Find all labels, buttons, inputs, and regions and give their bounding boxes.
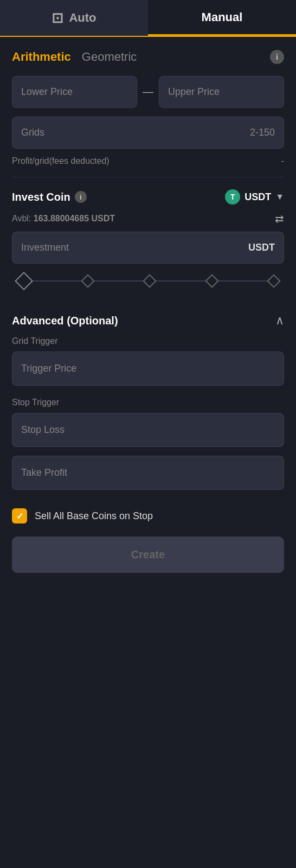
tab-header: ⊡ Auto Manual	[0, 0, 296, 37]
price-row: —	[12, 76, 284, 108]
sell-all-checkbox[interactable]: ✓	[12, 508, 27, 524]
coin-selector[interactable]: T USDT ▼	[225, 189, 284, 205]
advanced-title: Advanced (Optional)	[12, 315, 118, 327]
investment-input-row[interactable]: Investment USDT	[12, 232, 284, 264]
grids-label: Grids	[21, 127, 44, 138]
tab-manual-label: Manual	[202, 10, 243, 24]
stop-loss-input[interactable]	[12, 413, 284, 447]
profit-value: -	[281, 156, 284, 166]
chevron-down-icon: ▼	[275, 192, 284, 202]
slider-thumb-1[interactable]	[81, 274, 94, 288]
tab-auto[interactable]: ⊡ Auto	[0, 0, 148, 36]
trigger-price-input[interactable]	[12, 352, 284, 386]
chevron-up-icon: ∧	[275, 314, 284, 328]
grids-range: 2-150	[250, 127, 275, 138]
slider-thumb-3[interactable]	[205, 274, 218, 288]
slider-thumb-4[interactable]	[267, 274, 280, 288]
avbl-label: Avbl: 163.88004685 USDT	[12, 214, 115, 224]
invest-info-icon[interactable]: i	[75, 191, 87, 203]
invest-section: Invest Coin i T USDT ▼ Avbl: 163.8800468…	[12, 177, 284, 288]
checkmark-icon: ✓	[16, 511, 23, 521]
bot-icon: ⊡	[52, 10, 63, 27]
slider-thumb-0[interactable]	[15, 272, 33, 290]
slider-container	[12, 275, 284, 288]
create-button[interactable]: Create	[12, 537, 284, 573]
coin-icon: T	[225, 189, 240, 205]
invest-header: Invest Coin i T USDT ▼	[12, 189, 284, 205]
mode-geometric[interactable]: Geometric	[82, 50, 137, 64]
take-profit-input[interactable]	[12, 456, 284, 490]
tab-auto-label: Auto	[69, 11, 96, 25]
main-content: Arithmetic Geometric i — Grids 2-150 Pro…	[0, 37, 296, 589]
investment-currency: USDT	[248, 242, 275, 253]
mode-row: Arithmetic Geometric i	[12, 50, 284, 64]
avbl-amount: 163.88004685 USDT	[34, 214, 115, 223]
checkbox-row: ✓ Sell All Base Coins on Stop	[12, 499, 284, 537]
profit-row: Profit/grid(fees deducted) -	[12, 156, 284, 177]
tab-manual[interactable]: Manual	[148, 0, 296, 36]
stop-trigger-label: Stop Trigger	[12, 398, 284, 407]
sell-all-label: Sell All Base Coins on Stop	[35, 510, 153, 522]
coin-symbol: T	[230, 193, 235, 201]
price-separator: —	[143, 86, 153, 98]
lower-price-input[interactable]	[12, 76, 137, 108]
avbl-row: Avbl: 163.88004685 USDT ⇄	[12, 212, 284, 225]
coin-name: USDT	[244, 192, 271, 203]
advanced-header[interactable]: Advanced (Optional) ∧	[12, 304, 284, 336]
grid-trigger-label: Grid Trigger	[12, 336, 284, 346]
swap-icon[interactable]: ⇄	[275, 212, 284, 225]
invest-title-group: Invest Coin i	[12, 191, 87, 203]
grids-container: Grids 2-150	[12, 117, 284, 149]
invest-title: Invest Coin	[12, 191, 70, 203]
profit-label: Profit/grid(fees deducted)	[12, 156, 110, 166]
mode-arithmetic[interactable]: Arithmetic	[12, 50, 71, 64]
investment-placeholder: Investment	[21, 242, 69, 253]
slider-thumb-2[interactable]	[143, 274, 156, 288]
slider-diamonds	[17, 275, 279, 288]
advanced-section: Advanced (Optional) ∧ Grid Trigger Stop …	[12, 304, 284, 573]
upper-price-input[interactable]	[159, 76, 284, 108]
arithmetic-info-icon[interactable]: i	[270, 50, 284, 64]
